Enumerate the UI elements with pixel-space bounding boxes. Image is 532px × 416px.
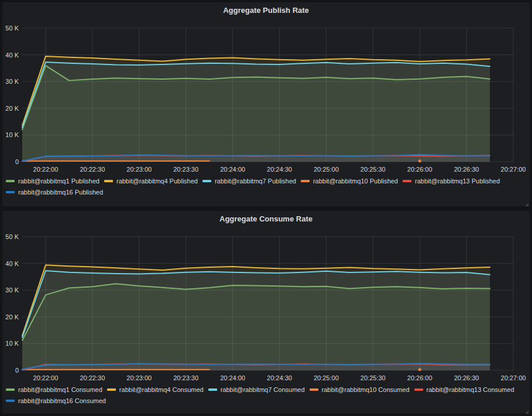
series-color-dash-icon: [6, 180, 15, 182]
legend-item-label: rabbit@rabbitmq4 Consumed: [119, 386, 204, 394]
series-color-dash-icon: [403, 180, 411, 182]
series-point: [418, 368, 421, 371]
legend-item[interactable]: rabbit@rabbitmq7 Consumed: [208, 386, 305, 394]
x-axis-tick-label: 20:22:30: [80, 374, 105, 381]
series-color-dash-icon: [107, 388, 116, 391]
legend-item[interactable]: rabbit@rabbitmq1 Published: [6, 177, 99, 185]
publish-rate-graph[interactable]: 010 K20 K30 K40 K50 K20:22:0020:22:3020:…: [2, 19, 530, 176]
dashboard: Aggregate Publish Rate 010 K20 K30 K40 K…: [0, 0, 532, 416]
x-axis-tick-label: 20:26:30: [454, 166, 479, 173]
panel-title[interactable]: Aggregate Consume Rate: [2, 211, 530, 227]
y-axis-tick-label: 20 K: [5, 105, 19, 112]
y-axis-tick-label: 10 K: [5, 131, 19, 138]
x-axis-tick-label: 20:26:30: [454, 374, 479, 381]
legend-item[interactable]: rabbit@rabbitmq16 Consumed: [6, 397, 106, 405]
legend-item-label: rabbit@rabbitmq10 Consumed: [322, 386, 410, 394]
panel-title[interactable]: Aggregate Publish Rate: [2, 2, 530, 19]
x-axis-tick-label: 20:25:30: [361, 166, 386, 173]
x-axis-tick-label: 20:22:30: [80, 166, 105, 173]
y-axis-tick-label: 40 K: [5, 52, 19, 59]
y-axis-tick-label: 50 K: [5, 233, 19, 240]
x-axis-tick-label: 20:27:00: [501, 166, 526, 173]
y-axis-tick-label: 30 K: [5, 287, 19, 294]
x-axis-tick-label: 20:25:00: [314, 374, 339, 381]
series-color-dash-icon: [202, 180, 211, 182]
legend-item[interactable]: rabbit@rabbitmq4 Consumed: [107, 386, 204, 394]
x-axis-tick-label: 20:22:00: [33, 166, 59, 173]
panel-resize-handle-icon[interactable]: [523, 407, 529, 413]
x-axis-tick-label: 20:26:00: [407, 166, 433, 173]
x-axis-tick-label: 20:24:30: [267, 374, 292, 381]
series-color-dash-icon: [310, 388, 318, 391]
x-axis-tick-label: 20:27:00: [501, 374, 526, 381]
x-axis-tick-label: 20:23:30: [173, 374, 198, 381]
legend-item-label: rabbit@rabbitmq7 Consumed: [221, 386, 305, 394]
panel-aggregate-consume-rate: Aggregate Consume Rate 010 K20 K30 K40 K…: [2, 211, 530, 414]
x-axis-tick-label: 20:24:00: [220, 166, 245, 173]
legend-item[interactable]: rabbit@rabbitmq13 Consumed: [414, 386, 514, 394]
legend-item-label: rabbit@rabbitmq1 Published: [18, 177, 99, 185]
y-axis-tick-label: 10 K: [5, 340, 19, 347]
chart-canvas: 010 K20 K30 K40 K50 K20:22:0020:22:3020:…: [2, 19, 530, 176]
x-axis-tick-label: 20:24:30: [267, 166, 292, 173]
legend-item[interactable]: rabbit@rabbitmq4 Published: [104, 177, 198, 185]
publish-rate-legend: rabbit@rabbitmq1 Publishedrabbit@rabbitm…: [2, 176, 530, 199]
series-color-dash-icon: [6, 191, 15, 193]
x-axis-tick-label: 20:26:00: [407, 374, 433, 381]
series-color-dash-icon: [301, 180, 310, 182]
legend-item-label: rabbit@rabbitmq13 Published: [415, 177, 500, 185]
series-color-dash-icon: [414, 388, 423, 391]
legend-item-label: rabbit@rabbitmq7 Published: [215, 177, 296, 185]
y-axis-tick-label: 0: [15, 367, 19, 374]
x-axis-tick-label: 20:22:00: [33, 374, 59, 381]
legend-item[interactable]: rabbit@rabbitmq10 Consumed: [310, 386, 410, 394]
series-color-dash-icon: [6, 388, 15, 391]
series-color-dash-icon: [6, 400, 15, 402]
legend-item-label: rabbit@rabbitmq1 Consumed: [18, 386, 102, 394]
x-axis-tick-label: 20:25:30: [361, 374, 386, 381]
x-axis-tick-label: 20:23:30: [173, 166, 198, 173]
x-axis-tick-label: 20:23:00: [126, 166, 152, 173]
legend-item-label: rabbit@rabbitmq16 Consumed: [18, 397, 106, 405]
y-axis-tick-label: 40 K: [5, 260, 19, 267]
series-point: [418, 159, 421, 162]
legend-item[interactable]: rabbit@rabbitmq13 Published: [403, 177, 500, 185]
x-axis-tick-label: 20:23:00: [126, 374, 152, 381]
series-color-dash-icon: [208, 388, 217, 391]
y-axis-tick-label: 0: [15, 158, 19, 165]
y-axis-tick-label: 20 K: [5, 313, 19, 320]
x-axis-tick-label: 20:24:00: [220, 374, 245, 381]
legend-item-label: rabbit@rabbitmq13 Consumed: [427, 386, 514, 394]
legend-item-label: rabbit@rabbitmq4 Published: [116, 177, 198, 185]
legend-item[interactable]: rabbit@rabbitmq16 Published: [6, 188, 103, 196]
panel-aggregate-publish-rate: Aggregate Publish Rate 010 K20 K30 K40 K…: [2, 2, 530, 206]
legend-item-label: rabbit@rabbitmq16 Published: [18, 188, 103, 196]
chart-canvas: 010 K20 K30 K40 K50 K20:22:0020:22:3020:…: [2, 227, 530, 384]
consume-rate-legend: rabbit@rabbitmq1 Consumedrabbit@rabbitmq…: [2, 384, 530, 408]
series-color-dash-icon: [104, 180, 113, 182]
legend-item-label: rabbit@rabbitmq10 Published: [313, 177, 398, 185]
x-axis-tick-label: 20:25:00: [314, 166, 339, 173]
panel-resize-handle-icon[interactable]: [523, 200, 529, 206]
consume-rate-graph[interactable]: 010 K20 K30 K40 K50 K20:22:0020:22:3020:…: [2, 227, 530, 384]
legend-item[interactable]: rabbit@rabbitmq1 Consumed: [6, 386, 102, 394]
y-axis-tick-label: 30 K: [5, 78, 19, 85]
legend-item[interactable]: rabbit@rabbitmq7 Published: [202, 177, 296, 185]
legend-item[interactable]: rabbit@rabbitmq10 Published: [301, 177, 398, 185]
y-axis-tick-label: 50 K: [5, 25, 19, 32]
